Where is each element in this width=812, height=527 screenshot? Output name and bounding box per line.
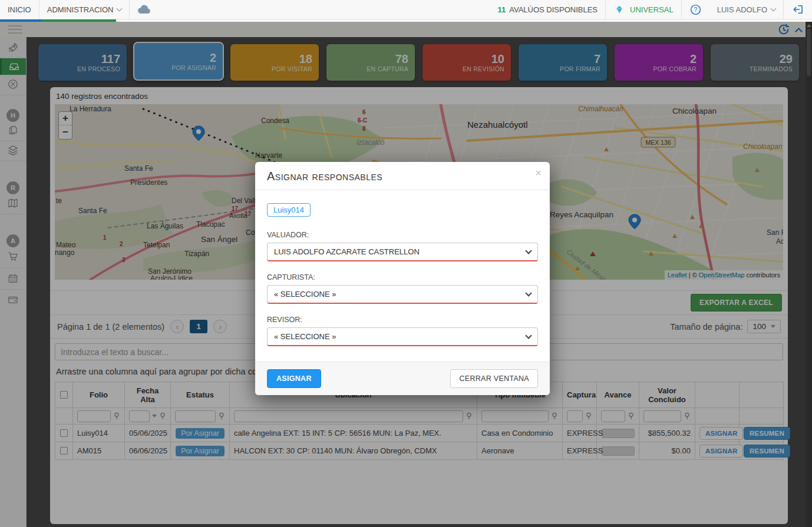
modal-body: Luisy014 VALUADOR: LUIS ADOLFO AZCARATE … bbox=[255, 190, 550, 362]
tab-administracion-label: ADMINISTRACION bbox=[47, 5, 114, 14]
tab-administracion[interactable]: ADMINISTRACION bbox=[39, 0, 130, 19]
chevron-down-icon bbox=[771, 5, 777, 11]
modal-cerrar-button[interactable]: CERRAR VENTANA bbox=[450, 369, 538, 388]
chevron-down-icon bbox=[525, 290, 532, 296]
help-icon: ? bbox=[689, 4, 702, 16]
revisor-value: « SELECCIONE » bbox=[274, 332, 336, 341]
assign-modal: Asignar responsables × Luisy014 VALUADOR… bbox=[255, 162, 550, 395]
chevron-down-icon bbox=[525, 332, 532, 339]
user-name: LUIS ADOLFO bbox=[717, 5, 767, 14]
avaluos-disponibles: 11 AVALÚOS DISPONIBLES bbox=[490, 0, 606, 19]
logout-button[interactable] bbox=[784, 0, 812, 19]
cloud-button[interactable] bbox=[130, 0, 159, 19]
chevron-down-icon bbox=[525, 247, 532, 254]
valuador-select[interactable]: LUIS ADOLFO AZCARATE CASTRELLON bbox=[267, 243, 538, 261]
modal-footer: ASIGNAR CERRAR VENTANA bbox=[255, 362, 550, 395]
cloud-icon bbox=[137, 4, 151, 15]
revisor-select[interactable]: « SELECCIONE » bbox=[267, 327, 538, 346]
capturista-value: « SELECCIONE » bbox=[274, 290, 336, 299]
svg-text:?: ? bbox=[694, 6, 697, 13]
app-root: INICIO ADMINISTRACION 11 AVALÚOS DISPONI… bbox=[0, 0, 812, 527]
plan-universal: UNIVERSAL bbox=[606, 0, 681, 19]
capturista-select[interactable]: « SELECCIONE » bbox=[267, 285, 538, 304]
top-navbar: INICIO ADMINISTRACION 11 AVALÚOS DISPONI… bbox=[0, 0, 812, 22]
modal-asignar-button[interactable]: ASIGNAR bbox=[267, 369, 321, 388]
active-tab-indicator bbox=[0, 19, 41, 22]
user-menu[interactable]: LUIS ADOLFO bbox=[709, 0, 783, 19]
plan-label: UNIVERSAL bbox=[630, 5, 674, 14]
valuador-label: VALUADOR: bbox=[267, 231, 538, 239]
close-icon[interactable]: × bbox=[535, 167, 542, 178]
modal-header: Asignar responsables × bbox=[255, 162, 550, 190]
diamond-icon bbox=[613, 4, 625, 15]
logout-icon bbox=[791, 4, 804, 15]
help-button[interactable]: ? bbox=[682, 0, 709, 19]
avaluos-label: AVALÚOS DISPONIBLES bbox=[509, 5, 598, 14]
capturista-label: CAPTURISTA: bbox=[267, 273, 538, 281]
avaluos-count: 11 bbox=[498, 5, 506, 14]
chevron-down-icon bbox=[117, 5, 123, 11]
menu-indicator bbox=[41, 19, 116, 22]
tab-inicio[interactable]: INICIO bbox=[0, 0, 39, 19]
revisor-label: REVISOR: bbox=[267, 316, 538, 324]
valuador-value: LUIS ADOLFO AZCARATE CASTRELLON bbox=[274, 247, 420, 256]
modal-title: Asignar responsables bbox=[267, 170, 538, 183]
folio-chip: Luisy014 bbox=[267, 203, 311, 217]
